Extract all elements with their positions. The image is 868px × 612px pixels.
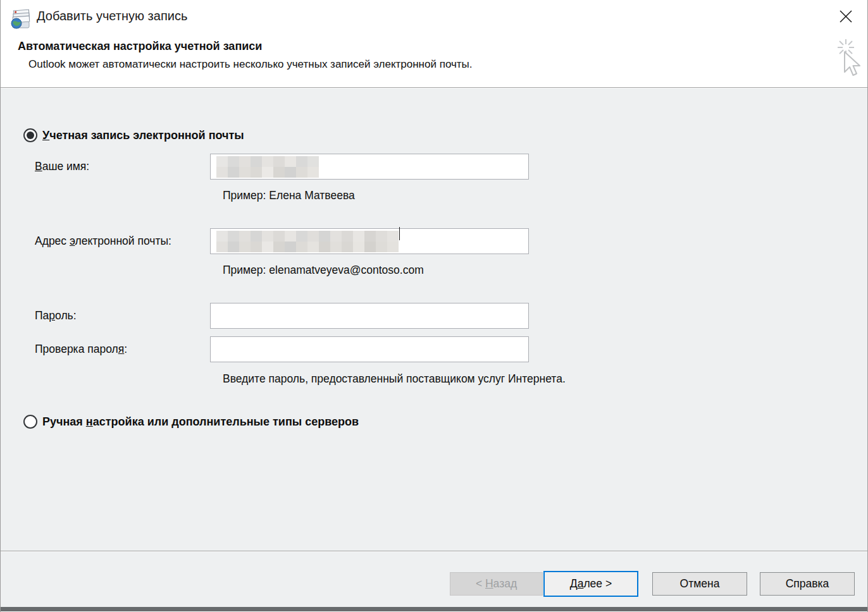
form-area: Учетная запись электронной почты Ваше им…	[1, 89, 867, 551]
radio-email-account-label[interactable]: Учетная запись электронной почты	[42, 129, 273, 142]
redacted-name-value	[216, 156, 319, 178]
cancel-button[interactable]: Отмена	[652, 572, 747, 596]
radio-manual-setup[interactable]	[23, 415, 37, 429]
add-account-dialog: Добавить учетную запись Автоматическая н…	[0, 0, 868, 612]
help-button[interactable]: Справка	[760, 572, 855, 596]
page-subtitle: Outlook может автоматически настроить не…	[28, 58, 473, 71]
verify-password-label: Проверка пароля:	[35, 343, 127, 356]
bottom-status-bar	[1, 607, 867, 611]
text-caret	[399, 227, 400, 240]
page-title: Автоматическая настройка учетной записи	[18, 40, 262, 53]
password-hint: Введите пароль, предоставленный поставщи…	[223, 372, 566, 386]
title-bar: Добавить учетную запись	[1, 0, 867, 35]
dialog-title: Добавить учетную запись	[37, 9, 187, 23]
close-icon	[838, 9, 853, 24]
radio-email-account[interactable]	[23, 128, 37, 142]
busy-cursor-icon	[833, 37, 866, 78]
email-label: Адрес электронной почты:	[35, 235, 171, 248]
button-bar: < Назад Далее > Отмена Справка	[1, 552, 867, 607]
name-hint: Пример: Елена Матвеева	[223, 189, 355, 202]
email-hint: Пример: elenamatveyeva@contoso.com	[223, 264, 424, 277]
password-label: Пароль:	[35, 309, 77, 322]
mail-setup-icon	[9, 5, 34, 30]
radio-manual-setup-label[interactable]: Ручная настройка или дополнительные типы…	[42, 415, 400, 429]
verify-password-input[interactable]	[210, 336, 529, 362]
redacted-email-value	[216, 231, 399, 252]
next-button[interactable]: Далее >	[543, 571, 638, 597]
name-label: Ваше имя:	[35, 160, 89, 173]
password-input[interactable]	[210, 303, 529, 329]
close-button[interactable]	[833, 5, 859, 28]
back-button[interactable]: < Назад	[450, 572, 543, 596]
